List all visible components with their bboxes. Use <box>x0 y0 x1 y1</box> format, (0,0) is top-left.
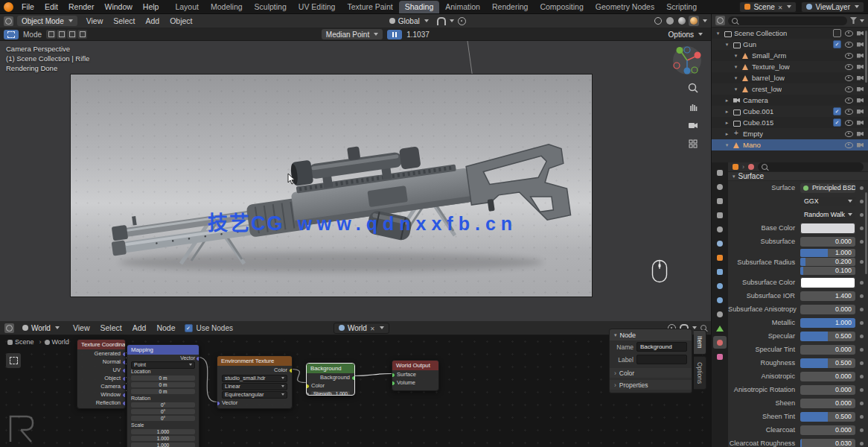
viewport-menu-view[interactable]: View <box>81 14 109 28</box>
socket-out[interactable] <box>351 375 355 381</box>
socket-out[interactable] <box>289 368 293 373</box>
toggle-perspective-grid-icon[interactable] <box>688 139 698 149</box>
interpolation-dropdown[interactable]: Linear <box>222 383 287 390</box>
outliner-row-texture-low[interactable]: ▾Texture_low <box>712 61 868 72</box>
expand-caret-icon[interactable]: ▾ <box>724 142 730 148</box>
navigation-gizmo[interactable] <box>672 45 702 75</box>
node-label-input[interactable] <box>636 355 687 364</box>
property-anisotropic-field[interactable]: 0.000 <box>800 372 855 381</box>
render-visibility-icon[interactable] <box>857 54 864 58</box>
shader-type-dropdown[interactable]: World <box>18 323 64 333</box>
workspace-tab-modeling[interactable]: Modeling <box>205 1 249 13</box>
node-title-bar[interactable]: Environment Texture <box>217 356 292 366</box>
hide-eye-icon[interactable] <box>845 31 853 37</box>
unlink-world-icon[interactable] <box>370 324 375 332</box>
property-subsurface-anisotropy-field[interactable]: 0.000 <box>800 305 855 314</box>
socket-out[interactable] <box>122 352 126 357</box>
decorator-dot[interactable] <box>860 281 864 285</box>
pause-render-button[interactable] <box>387 30 402 39</box>
viewport-canvas[interactable]: 技艺CGwww.qdnxxfb.cn Camera Perspective(1)… <box>0 41 711 321</box>
vector-value-field[interactable]: 1.000 <box>131 436 195 441</box>
shading-options-caret-icon[interactable] <box>703 19 707 22</box>
menu-file[interactable]: File <box>16 0 39 13</box>
expand-caret-icon[interactable]: ▸ <box>724 131 730 137</box>
rendered-shading-button[interactable] <box>689 16 699 26</box>
node-background[interactable]: BackgroundBackgroundColorStrength1.000 <box>306 363 355 396</box>
decorator-dot[interactable] <box>860 240 864 244</box>
property-specular-field[interactable]: 0.500 <box>800 332 855 341</box>
expand-caret-icon[interactable]: ▸ <box>724 109 730 115</box>
menu-edit[interactable]: Edit <box>39 0 63 13</box>
outliner-row-camera[interactable]: ▸Camera <box>712 95 868 106</box>
properties-tab-render[interactable] <box>713 180 727 193</box>
socket-out[interactable] <box>196 356 200 361</box>
property-surface-field[interactable]: Principled BSDF <box>800 183 855 193</box>
socket-out[interactable] <box>122 393 126 398</box>
outliner-row-gun[interactable]: ▾Gun <box>712 39 868 50</box>
render-visibility-icon[interactable] <box>857 132 864 136</box>
property-subsurface-field[interactable]: 0.000 <box>800 237 855 247</box>
exclude-checkbox[interactable] <box>833 40 841 48</box>
node-title-bar[interactable]: Texture Coordinate <box>77 340 125 349</box>
exclude-checkbox[interactable] <box>833 29 841 37</box>
hide-eye-icon[interactable] <box>845 86 853 92</box>
move-view-hand-icon[interactable] <box>688 101 698 112</box>
panel-section-properties[interactable]: Properties <box>610 380 692 390</box>
node-environment-texture[interactable]: Environment TextureColorstudio_small.hdr… <box>217 355 293 409</box>
breadcrumb-scene[interactable]: Scene <box>7 338 42 346</box>
outliner-row-small-arm[interactable]: ▾Small_Arm <box>712 50 868 61</box>
property-random-walk-field[interactable]: Random Walk <box>800 210 855 220</box>
node-world-output[interactable]: World OutputSurfaceVolume <box>392 360 439 391</box>
property-ggx-field[interactable]: GGX <box>800 197 855 206</box>
workspace-tab-animation[interactable]: Animation <box>439 1 486 13</box>
select-mode-subtract[interactable] <box>67 30 77 39</box>
pivot-point-dropdown[interactable]: Median Point <box>322 29 383 39</box>
breadcrumb-world[interactable]: World <box>45 338 69 346</box>
mode-dropdown[interactable]: Object Mode <box>17 16 77 26</box>
socket-out[interactable] <box>122 360 126 365</box>
viewport-menu-add[interactable]: Add <box>140 14 165 28</box>
render-visibility-icon[interactable] <box>857 42 864 47</box>
filter-icon[interactable] <box>850 17 857 24</box>
projection-dropdown[interactable]: Equirectangular <box>222 391 287 399</box>
vector-value-field[interactable]: 0° <box>131 416 195 421</box>
hide-eye-icon[interactable] <box>845 131 853 137</box>
socket-in[interactable] <box>306 392 310 396</box>
vector-component-field[interactable]: 1.000 <box>800 249 855 257</box>
decorator-dot[interactable] <box>860 294 864 298</box>
node-texture-coordinate[interactable]: Texture CoordinateGeneratedNormalUVObjec… <box>77 339 126 409</box>
panel-section-color[interactable]: Color <box>610 368 692 378</box>
property-clearcoat-roughness-field[interactable]: 0.030 <box>800 439 855 447</box>
workspace-tab-rendering[interactable]: Rendering <box>486 1 534 13</box>
snap-options-caret-icon[interactable] <box>450 19 454 22</box>
socket-in[interactable] <box>392 372 395 378</box>
node-panel-header[interactable]: Node <box>610 329 692 340</box>
hide-eye-icon[interactable] <box>845 120 853 126</box>
unlink-scene-icon[interactable] <box>778 3 783 11</box>
property-subsurface-radius-field[interactable]: 1.0000.2000.100 <box>800 249 855 275</box>
menu-window[interactable]: Window <box>99 0 137 13</box>
node-snap-caret-icon[interactable] <box>692 326 697 329</box>
menu-render[interactable]: Render <box>63 0 99 13</box>
select-mode-new[interactable] <box>46 30 56 39</box>
expand-caret-icon[interactable]: ▾ <box>733 75 739 81</box>
outliner-row-empty[interactable]: ▸Empty <box>712 128 868 139</box>
properties-tab-world[interactable] <box>713 237 727 250</box>
viewport-menu-select[interactable]: Select <box>108 14 140 28</box>
property-specular-tint-field[interactable]: 0.000 <box>800 345 855 355</box>
properties-tab-modifiers[interactable] <box>713 265 727 278</box>
vector-value-field[interactable]: 0 m <box>131 382 195 387</box>
zoom-icon[interactable] <box>688 83 698 93</box>
outliner-row-mano[interactable]: ▾Mano <box>712 139 868 150</box>
render-visibility-icon[interactable] <box>857 65 864 69</box>
node-title-bar[interactable]: Background <box>307 364 354 373</box>
solid-shading-button[interactable] <box>665 16 675 26</box>
select-box-tool-button[interactable] <box>4 30 19 39</box>
workspace-tab-uv-editing[interactable]: UV Editing <box>293 1 342 13</box>
socket-out[interactable] <box>122 401 126 406</box>
property-subsurface-ior-field[interactable]: 1.400 <box>800 291 855 301</box>
socket-out[interactable] <box>122 368 126 373</box>
properties-tab-scene[interactable] <box>713 223 727 235</box>
decorator-dot[interactable] <box>860 186 864 190</box>
decorator-dot[interactable] <box>860 335 864 338</box>
